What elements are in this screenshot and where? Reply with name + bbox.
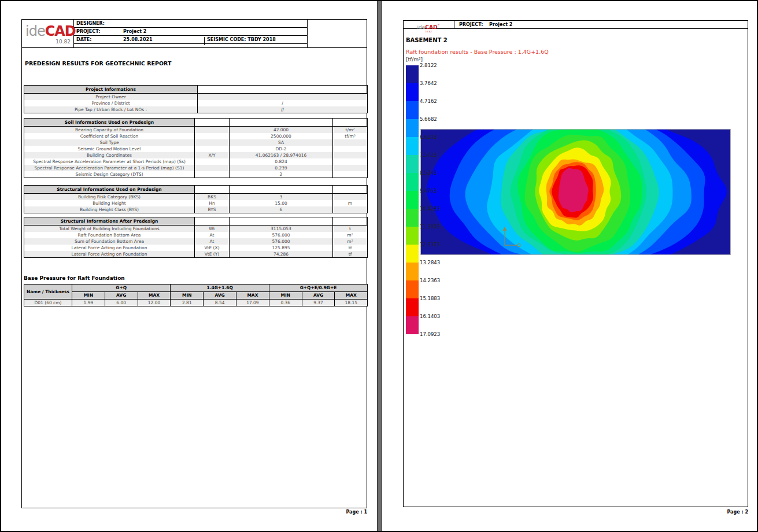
legend-color-segment (406, 173, 419, 191)
legend-color-segment (406, 101, 419, 119)
legend-value-label: 11.3803 (420, 224, 440, 230)
table-cell (333, 146, 368, 152)
legend-value-label: 12.3323 (420, 242, 440, 247)
table-cell: 3115.053 (230, 226, 333, 232)
project-info-table: Project Informations Project OwnerProvin… (24, 85, 368, 113)
legend-value-label: 15.1883 (420, 295, 440, 301)
table-cell: DD-2 (230, 146, 333, 152)
legend-value-label: 14.2363 (420, 278, 440, 283)
table-cell: MAX (138, 292, 171, 300)
soil-info-table: Soil Informations Used on Predesign Bear… (24, 118, 368, 178)
table-cell (333, 139, 368, 146)
project-row: PROJECT: Project 2 (74, 28, 307, 36)
table-cell: 0.36 (269, 300, 302, 306)
date-value: 25.08.2021 (123, 37, 153, 42)
logo-cell: ideCAD® 10.82 (404, 21, 454, 29)
table-cell: Pipe Tap / Urban Block / Lot NOs : (24, 106, 198, 113)
logo-cad-text: CAD (425, 24, 437, 30)
subheader-row: MINAVGMAXMINAVGMAXMINAVGMAX (24, 292, 368, 300)
project-label: PROJECT: (459, 22, 483, 27)
designer-label: DESIGNER: (76, 21, 105, 26)
table-row: Seismic Ground Motion LevelDD-2 (24, 146, 368, 152)
table-cell: 42.000 (230, 127, 333, 134)
table-cell: 2 (230, 171, 333, 178)
table-row: Building HeightHn15.00m (24, 200, 368, 206)
page-1-header: ideCAD® 10.82 DESIGNER: PROJECT: Project… (22, 20, 367, 48)
chart-unit-label: [tf/m²] (406, 57, 423, 62)
project-value: Project 2 (123, 29, 146, 34)
legend-value-label: 17.0923 (420, 331, 440, 337)
table-cell: BYS (195, 206, 230, 213)
page-2-header: ideCAD® 10.82 PROJECT: Project 2 (404, 21, 748, 29)
table-cell (333, 165, 368, 171)
table-cell (333, 206, 368, 213)
table-cell: Total Weight of Building Including Found… (24, 226, 195, 232)
table-cell: 3 (230, 194, 333, 201)
table-cell: Seismic Ground Motion Level (24, 146, 195, 152)
page-2-frame: ideCAD® 10.82 PROJECT: Project 2 (403, 20, 748, 507)
table-header-row: Project Informations (24, 86, 368, 94)
table-row: Seismic Design Category (DTS)2 (24, 171, 368, 178)
table-cell: Sum of Foundation Bottom Area (24, 238, 195, 245)
table-title: Project Informations (24, 86, 198, 94)
report-viewer: ideCAD® 10.82 DESIGNER: PROJECT: Project… (0, 0, 758, 532)
table-cell (333, 158, 368, 165)
project-value: Project 2 (489, 22, 512, 27)
legend-color-segment (406, 137, 419, 155)
table-cell: 1.4G+1.6Q (171, 285, 269, 292)
table-row: Province / District/ (24, 100, 368, 106)
table-cell: Project Owner (24, 94, 198, 101)
header-empty-cell (307, 20, 367, 48)
legend-color-segment (406, 245, 419, 263)
legend-value-label: 4.7162 (420, 98, 437, 104)
table-cell: 8.54 (204, 300, 236, 306)
legend-value-label: 6.6203 (420, 134, 437, 140)
logo-cad-text: CAD (45, 23, 76, 39)
base-pressure-table: Name / ThicknessG+Q1.4G+1.6QG+Q+E/0.9G+E… (24, 284, 368, 306)
table-cell (333, 194, 368, 201)
legend-color-segment (406, 65, 419, 83)
table-header-row: Soil Informations Used on Predesign (24, 119, 368, 127)
date-label: DATE: (76, 37, 91, 42)
table-cell: tf (333, 245, 368, 251)
table-cell: At (195, 238, 230, 245)
page-divider (377, 1, 382, 532)
table-cell: 9.37 (302, 300, 335, 306)
table-row: Raft Foundation Bottom AreaAt576.000m² (24, 232, 368, 238)
table-cell: 6.00 (105, 300, 138, 306)
table-cell: MAX (236, 292, 269, 300)
table-cell: 576.000 (230, 232, 333, 238)
table-row: Soil TypeSA (24, 139, 368, 146)
table-row: Total Weight of Building Including Found… (24, 226, 368, 232)
legend-value-label: 9.4763 (420, 188, 437, 194)
table-cell: 74.286 (230, 251, 333, 258)
table-cell: Bearing Capacity of Foundation (24, 127, 195, 134)
row-name-cell: D01 (60 cm) (24, 300, 72, 306)
page-1-frame: ideCAD® 10.82 DESIGNER: PROJECT: Project… (21, 19, 367, 508)
table-cell: 41.062163 / 28.974016 (230, 152, 333, 158)
table-row: Lateral Force Acting on FoundationVtE (X… (24, 245, 368, 251)
table-cell: MAX (335, 292, 368, 300)
table-cell: Building Coordinates (24, 152, 195, 158)
table-cell: 12.00 (138, 300, 171, 306)
table-cell (195, 127, 230, 134)
table-cell (195, 146, 230, 152)
legend-value-label: 7.5723 (420, 152, 437, 158)
table-row: Spectral Response Acceleration Parameter… (24, 158, 368, 165)
table-cell: Soil Type (24, 139, 195, 146)
table-cell: Hn (195, 200, 230, 206)
legend-colorbar (406, 65, 419, 334)
table-cell: MIN (269, 292, 302, 300)
table-cell: 2500.000 (230, 133, 333, 139)
legend-color-segment (406, 263, 419, 280)
table-cell (195, 165, 230, 171)
table-cell: t (333, 226, 368, 232)
group-header-row: Name / ThicknessG+Q1.4G+1.6QG+Q+E/0.9G+E (24, 285, 368, 292)
logo-version: 10.82 (404, 31, 453, 33)
structural-used-table: Structural Informations Used on Predesig… (24, 185, 368, 213)
idecad-logo: ideCAD® 10.82 (25, 24, 71, 45)
table-cell: SA (230, 139, 333, 146)
table-cell: Seismic Design Category (DTS) (24, 171, 195, 178)
table-cell: VtE (X) (195, 245, 230, 251)
project-label: PROJECT: (76, 29, 100, 34)
